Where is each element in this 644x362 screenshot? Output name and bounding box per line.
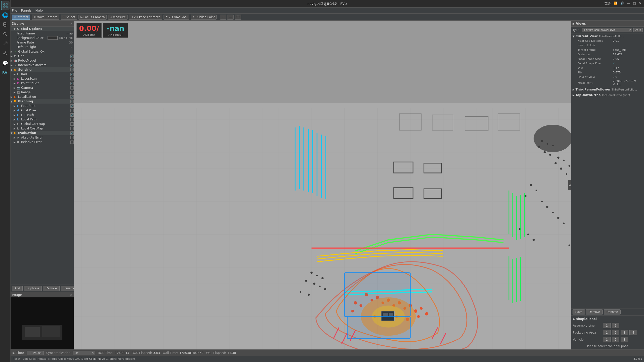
tree-default-light[interactable]: Default Light ✓ — [11, 45, 74, 49]
goal-pose-checkbox[interactable]: ✓ — [70, 109, 74, 112]
tree-planning[interactable]: ▼ P Planning ✓ — [11, 99, 74, 104]
tree-background-color[interactable]: Background Color 48; 48; 48 — [11, 36, 74, 40]
relative-error-checkbox[interactable] — [70, 141, 74, 144]
packaging-4-btn[interactable]: 4 — [629, 330, 637, 335]
activity-icon-settings[interactable] — [1, 49, 10, 58]
packaging-2-btn[interactable]: 2 — [612, 330, 619, 335]
tree-full-path[interactable]: ▶ F Full Path ✓ — [11, 113, 74, 117]
local-path-checkbox[interactable]: ✓ — [70, 118, 74, 121]
arrow-interactive-markers: ▶ — [11, 64, 14, 67]
tree-relative-error[interactable]: ▶ R Relative Error — [11, 140, 74, 144]
grid-checkbox[interactable]: ✓ — [70, 55, 74, 58]
vehicle-3-btn[interactable]: 3 — [621, 337, 628, 342]
packaging-3-btn[interactable]: 3 — [621, 330, 628, 335]
global-costmap-checkbox[interactable] — [70, 122, 74, 126]
maximize-btn[interactable]: □ — [633, 2, 636, 6]
activity-icon-files[interactable] — [1, 20, 10, 29]
menu-help[interactable]: Help — [35, 9, 43, 12]
toolbar-3d-circle[interactable]: ⦿ — [235, 15, 241, 20]
activity-icon-search[interactable] — [1, 30, 10, 38]
tree-interactive-markers[interactable]: ▶ ✦ InteractiveMarkers ✓ — [11, 63, 74, 67]
toolbar-focus-camera[interactable]: ◎ Focus Camera — [78, 15, 107, 20]
third-person-header[interactable]: ▶ ThirdPersonFollower ThirdPersonFollo..… — [573, 87, 643, 92]
tree-foot-print[interactable]: ▶ F Foot Print ✓ — [11, 104, 74, 108]
toolbar-3d-plus[interactable]: ✛ — [220, 15, 226, 20]
sensing-checkbox[interactable]: ✓ — [70, 68, 74, 71]
tree-grid[interactable]: ▶ ⊞ Grid ✓ — [11, 54, 74, 58]
tree-pointcloud2[interactable]: ▶ P PointCloud2 ✓ — [11, 81, 74, 85]
menu-panels[interactable]: Panels — [21, 9, 32, 12]
full-path-checkbox[interactable]: ✓ — [70, 113, 74, 117]
tree-local-costmap[interactable]: ▶ L Local CostMap ✓ — [11, 126, 74, 131]
current-view-header[interactable]: ▼ Current View ThirdPersonFollo... — [573, 34, 643, 38]
tree-robot-model[interactable]: ▶ 🤖 RobotModel ✓ — [11, 58, 74, 63]
remove-display-btn[interactable]: Remove — [43, 286, 60, 291]
toolbar-2d-nav[interactable]: ⚑ 2D Nav Goal — [164, 15, 189, 20]
imu-checkbox[interactable]: ✓ — [70, 73, 74, 76]
interactive-markers-checkbox[interactable]: ✓ — [70, 64, 74, 67]
tree-localization[interactable]: ▶ L Localization ✓ — [11, 95, 74, 99]
absolute-error-checkbox[interactable]: ✓ — [70, 136, 74, 139]
collapse-handle[interactable]: ◀ — [568, 180, 571, 190]
views-zero-btn[interactable]: Zero — [633, 28, 643, 32]
tree-local-path[interactable]: ▶ L Local Path ✓ — [11, 117, 74, 122]
displays-close-btn[interactable]: ✕ — [70, 22, 72, 25]
top-down-header[interactable]: ▶ TopDownOrtho TopDownOrtho (rviz) — [573, 93, 643, 97]
camera-checkbox[interactable] — [70, 86, 74, 89]
sync-select[interactable]: Off Approximate Exact — [73, 351, 95, 355]
views-remove-btn[interactable]: Remove — [586, 309, 603, 314]
activity-icon-wechat[interactable]: 💬 — [1, 59, 10, 67]
minimize-btn[interactable]: — — [627, 2, 630, 6]
tree-evaluation[interactable]: ▼ E Evaluation ✓ — [11, 131, 74, 135]
planning-checkbox[interactable]: ✓ — [70, 100, 74, 103]
toolbar-select[interactable]: ⬚ Select — [61, 15, 77, 20]
add-display-btn[interactable]: Add — [12, 286, 23, 291]
foot-print-checkbox[interactable]: ✓ — [70, 104, 74, 108]
toolbar-interact[interactable]: ↔ Interact — [12, 15, 30, 20]
image-checkbox[interactable] — [70, 91, 74, 94]
toolbar-2d-pose[interactable]: → 2D Pose Estimate — [129, 15, 162, 20]
tree-global-costmap[interactable]: ▶ G Global CostMap — [11, 122, 74, 126]
tree-global-status[interactable]: ▶ ✓ Global Status: Ok — [11, 49, 74, 54]
robot-model-checkbox[interactable]: ✓ — [70, 59, 74, 62]
toolbar-move-camera[interactable]: ⊕ Move Camera — [32, 15, 59, 20]
activity-icon-chrome[interactable]: 🌐 — [1, 11, 10, 19]
assembly-1-btn[interactable]: 1 — [603, 323, 611, 328]
tree-fixed-frame[interactable]: Fixed Frame map — [11, 31, 74, 36]
vehicle-2-btn[interactable]: 2 — [612, 337, 619, 342]
tree-absolute-error[interactable]: ▶ A Absolute Error ✓ — [11, 135, 74, 140]
toolbar-measure[interactable]: ⊞ Measure — [108, 15, 128, 20]
pointcloud2-checkbox[interactable]: ✓ — [70, 82, 74, 85]
tree-imu[interactable]: ▶ I Imu ✓ — [11, 72, 74, 76]
views-save-btn[interactable]: Save — [573, 309, 585, 314]
close-btn[interactable]: ✕ — [639, 2, 641, 6]
tree-camera[interactable]: ▶ 📷 Camera — [11, 85, 74, 90]
menu-file[interactable]: File — [12, 9, 17, 12]
vehicle-1-btn[interactable]: 1 — [603, 337, 611, 342]
evaluation-checkbox[interactable]: ✓ — [70, 131, 74, 135]
toolbar-publish-point[interactable]: ✦ Publish Point — [191, 15, 217, 20]
packaging-1-btn[interactable]: 1 — [603, 330, 611, 335]
tree-global-options[interactable]: ▼ Global Options — [11, 27, 74, 31]
duplicate-display-btn[interactable]: Duplicate — [24, 286, 42, 291]
views-type-select[interactable]: ThirdPersonFollower (rviz — [582, 28, 632, 32]
tree-laser-scan[interactable]: ▶ L LaserScan ✓ — [11, 76, 74, 81]
laser-scan-checkbox[interactable]: ✓ — [70, 77, 74, 80]
3d-viewport[interactable]: 0.00/ ADE (m) -nan AHE (deg) ◀ — [74, 21, 571, 349]
bg-color-swatch[interactable] — [48, 36, 58, 40]
pause-btn[interactable]: ⏸ Pause — [27, 351, 44, 355]
tree-goal-pose[interactable]: ▶ G Goal Pose ✓ — [11, 108, 74, 113]
toolbar-3d-minus[interactable]: — — [227, 15, 234, 20]
activity-icon-tools[interactable] — [1, 39, 10, 48]
activity-icon-rviz2[interactable]: RV — [1, 68, 10, 77]
tree-frame-rate[interactable]: Frame Rate 30 — [11, 40, 74, 45]
local-costmap-checkbox[interactable]: ✓ — [70, 127, 74, 130]
assembly-2-btn[interactable]: 2 — [612, 323, 619, 328]
tree-sensing[interactable]: ▼ S Sensing ✓ — [11, 67, 74, 72]
localization-checkbox[interactable]: ✓ — [70, 95, 74, 99]
activity-icon-rviz[interactable]: RV — [1, 1, 10, 10]
tree-image[interactable]: ▶ 🖼 Image — [11, 90, 74, 95]
views-rename-btn[interactable]: Rename — [604, 309, 621, 314]
image-panel-close[interactable]: ✕ — [70, 293, 72, 297]
image-tree-icon: 🖼 — [17, 91, 21, 94]
